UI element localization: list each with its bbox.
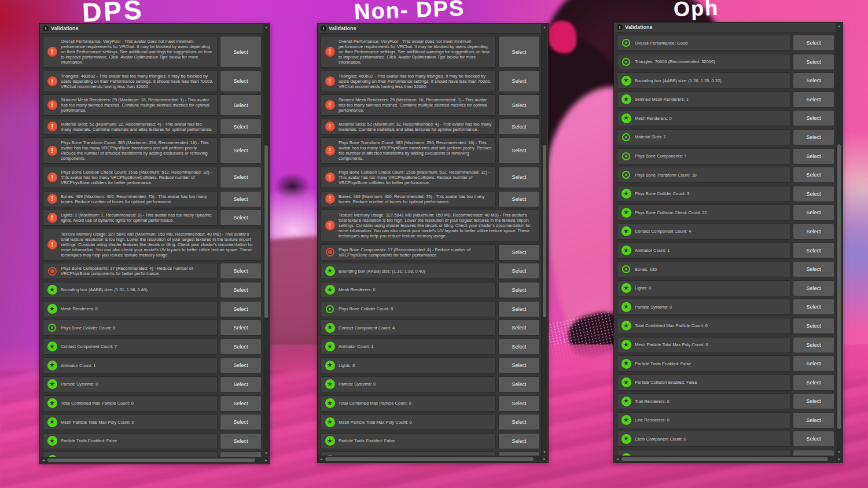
select-button[interactable]: Select <box>498 301 540 317</box>
select-button[interactable]: Select <box>793 72 834 89</box>
select-button[interactable]: Select <box>220 452 262 457</box>
vertical-scrollbar-thumb[interactable] <box>837 144 841 429</box>
select-button[interactable]: Select <box>220 137 262 164</box>
select-button[interactable]: Select <box>498 395 540 412</box>
select-button[interactable]: Select <box>793 431 834 447</box>
validation-message[interactable]: Phys Bone Collision Check Count: 1516 (M… <box>321 167 496 188</box>
select-button[interactable]: Select <box>793 91 834 108</box>
select-button[interactable]: Select <box>793 204 834 221</box>
horizontal-scrollbar-thumb[interactable] <box>621 457 828 461</box>
window-titlebar[interactable]: Validations <box>318 24 541 34</box>
validation-message[interactable]: Phys Bone Collider Count: 8 <box>43 320 218 336</box>
validation-message[interactable]: Mesh Particle Total Max Poly Count: 0 <box>43 414 218 430</box>
scroll-right-icon[interactable] <box>263 457 269 463</box>
select-button[interactable]: Select <box>220 339 262 355</box>
validation-message[interactable]: Overall Performance: Good <box>617 35 790 51</box>
validation-message[interactable]: Trail Renderers: 0 <box>617 393 790 409</box>
validation-message[interactable]: Contact Component Count: 4 <box>617 223 790 240</box>
select-button[interactable]: Select <box>498 376 540 392</box>
scroll-up-icon[interactable] <box>836 23 842 29</box>
validation-message[interactable]: Mesh Renderers: 0 <box>321 282 496 298</box>
select-button[interactable]: Select <box>220 301 262 317</box>
scroll-down-icon[interactable] <box>542 449 547 455</box>
validation-message[interactable]: Material Slots: 52 (Maximum: 32, Recomme… <box>43 119 218 135</box>
validation-message[interactable]: Particle Systems: 0 <box>43 376 218 392</box>
validation-message[interactable]: Contact Component Count: 4 <box>321 320 496 336</box>
vertical-scrollbar[interactable] <box>836 23 842 455</box>
select-button[interactable]: Select <box>793 280 834 296</box>
select-button[interactable]: Select <box>793 355 834 372</box>
window-titlebar[interactable]: Validations <box>40 24 263 34</box>
validation-message[interactable]: Particle Trails Enabled: False <box>43 433 218 449</box>
validation-message[interactable]: Animator Count: 1 <box>321 339 496 355</box>
select-button[interactable]: Select <box>498 452 540 456</box>
vertical-scrollbar-thumb[interactable] <box>264 145 268 318</box>
select-button[interactable]: Select <box>793 167 834 183</box>
horizontal-scrollbar[interactable] <box>41 457 269 463</box>
select-button[interactable]: Select <box>498 263 540 279</box>
scroll-right-icon[interactable] <box>542 456 547 462</box>
select-button[interactable]: Select <box>793 375 834 391</box>
select-button[interactable]: Select <box>793 148 834 164</box>
validation-message[interactable]: Animator Count: 1 <box>43 357 218 373</box>
select-button[interactable]: Select <box>793 393 834 409</box>
scroll-left-icon[interactable] <box>615 456 620 462</box>
validation-message[interactable]: Phys Bone Collider Count: 3 <box>617 186 790 202</box>
horizontal-scrollbar[interactable] <box>615 456 842 462</box>
validation-message[interactable]: Phys Bone Components: 17 (Recommended: 4… <box>321 244 496 260</box>
validation-message[interactable]: Phys Bone Transform Count: 383 (Maximum:… <box>43 137 218 164</box>
scroll-right-icon[interactable] <box>836 456 842 462</box>
validation-message[interactable]: Overall Performance: VeryPoor - This ava… <box>321 36 496 68</box>
select-button[interactable]: Select <box>220 357 262 373</box>
validation-message[interactable]: Phys Bone Transform Count: 39 <box>617 167 790 183</box>
validation-message[interactable]: Overall Performance: VeryPoor - This ava… <box>43 36 218 68</box>
validation-message[interactable]: Particle Collision Enabled: False <box>617 375 790 391</box>
vertical-scrollbar[interactable] <box>541 24 547 455</box>
select-button[interactable]: Select <box>793 337 834 353</box>
validation-message[interactable]: Triangles: 70000 (Recommended: 32000) <box>617 54 790 70</box>
select-button[interactable]: Select <box>793 318 834 334</box>
select-button[interactable]: Select <box>498 137 540 164</box>
validation-message[interactable]: Skinned Mesh Renderers: 1 <box>617 91 790 108</box>
select-button[interactable]: Select <box>498 167 540 188</box>
validation-message[interactable]: Mesh Particle Total Max Poly Count: 0 <box>617 337 790 353</box>
validation-message[interactable]: Phys Bone Components: 7 <box>617 148 790 164</box>
select-button[interactable]: Select <box>793 261 834 277</box>
validation-message[interactable]: Phys Bone Collider Count: 8 <box>321 301 496 317</box>
validation-message[interactable]: Texture Memory Usage: 327.5841 MB (Maxim… <box>321 210 540 241</box>
validation-message[interactable]: Mesh Renderers: 0 <box>43 301 218 317</box>
validation-message[interactable]: Triangles: 460692 - This avatar has too … <box>43 71 218 92</box>
validation-message[interactable]: Particle Collision Enabled: False <box>321 452 496 456</box>
scroll-up-icon[interactable] <box>263 24 269 30</box>
validation-message[interactable]: Texture Memory Usage: 327.5841 MB (Maxim… <box>43 229 262 260</box>
validation-message[interactable]: Bones: 469 (Maximum: 400, Recommended: 7… <box>43 191 218 207</box>
validation-message[interactable]: Lights: 2 (Maximum: 1, Recommended: 0) -… <box>43 210 218 226</box>
validation-message[interactable]: Lights: 0 <box>617 280 790 296</box>
select-button[interactable]: Select <box>220 167 262 188</box>
scroll-up-icon[interactable] <box>542 24 547 30</box>
validation-message[interactable]: Line Renderers: 0 <box>617 412 790 428</box>
select-button[interactable]: Select <box>498 433 540 449</box>
vertical-scrollbar-thumb[interactable] <box>543 145 546 317</box>
validation-message[interactable]: Mesh Renderers: 0 <box>617 110 790 126</box>
validation-message[interactable]: Phys Bone Components: 17 (Recommended: 4… <box>43 263 218 279</box>
select-button[interactable]: Select <box>220 119 262 135</box>
scroll-down-icon[interactable] <box>836 449 842 455</box>
select-button[interactable]: Select <box>498 244 540 260</box>
select-button[interactable]: Select <box>220 263 262 279</box>
validation-message[interactable]: Material Slots: 7 <box>617 129 790 145</box>
horizontal-scrollbar[interactable] <box>318 456 547 462</box>
select-button[interactable]: Select <box>793 299 834 315</box>
validation-message[interactable] <box>617 450 790 456</box>
validation-message[interactable]: Bones: 130 <box>617 261 790 277</box>
select-button[interactable]: Select <box>498 191 540 207</box>
select-button[interactable]: Select <box>793 110 834 126</box>
select-button[interactable]: Select <box>498 357 540 373</box>
validation-message[interactable]: Phys Bone Collision Check Count: 1516 (M… <box>43 167 218 188</box>
validation-message[interactable]: Bones: 469 (Maximum: 400, Recommended: 7… <box>321 191 496 207</box>
validation-message[interactable]: Contact Component Count: 7 <box>43 339 218 355</box>
validation-message[interactable]: Particle Trails Enabled: False <box>617 355 790 372</box>
validation-message[interactable]: Skinned Mesh Renderers: 29 (Maximum: 16,… <box>321 94 496 116</box>
select-button[interactable]: Select <box>220 320 262 336</box>
horizontal-scrollbar-thumb[interactable] <box>325 457 534 461</box>
